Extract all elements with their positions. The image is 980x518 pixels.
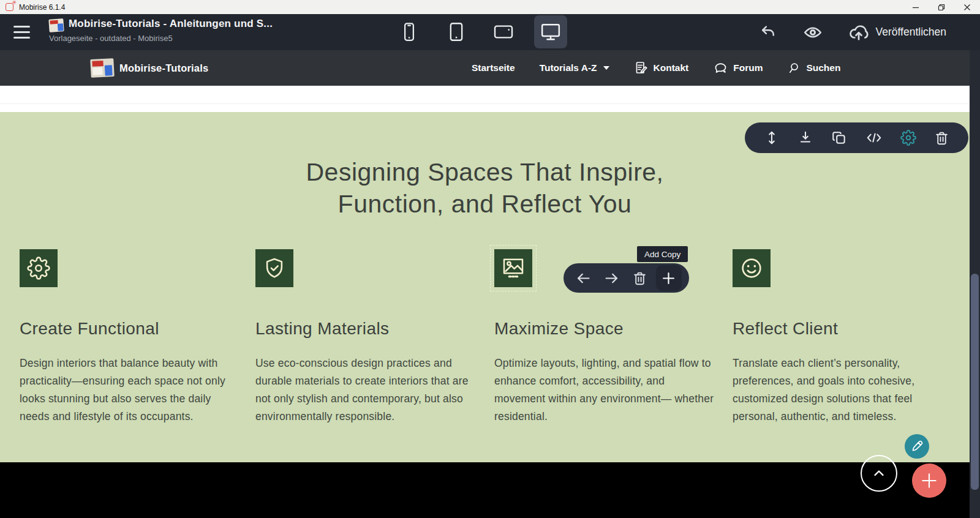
nav-item-forum[interactable]: Forum [713,61,763,75]
add-copy-tooltip: Add Copy [637,246,688,262]
feature-title[interactable]: Create Functional [20,319,241,339]
project-thumbnail [48,18,64,32]
canvas-footer-block [0,462,970,518]
main-menu-button[interactable] [13,26,30,39]
resize-vertical-icon[interactable] [764,130,780,146]
canvas-scrollbar[interactable] [970,50,980,518]
chevron-down-icon [603,66,609,70]
site-brand-name: Mobirise-Tutorials [119,62,208,74]
publish-button[interactable]: Veröffentlichen [848,22,946,43]
device-desktop-button[interactable] [534,15,567,48]
feature-card-reflect-client[interactable]: Reflect Client Translate each client’s p… [733,249,954,426]
style-brush-button[interactable] [905,434,929,459]
contact-form-icon [634,61,649,75]
os-titlebar: ✳ Mobirise 6.1.4 [0,0,980,14]
device-mobile-button[interactable] [393,15,426,48]
add-block-button[interactable] [912,464,946,498]
device-tablet-portrait-button[interactable] [440,15,473,48]
nav-item-tutorials[interactable]: Tutorials A-Z [540,62,609,73]
project-title[interactable]: Mobirise-Tutorials - Anleitungen und S..… [69,18,273,30]
publish-label: Veröffentlichen [876,26,946,39]
site-logo [90,58,115,78]
undo-button[interactable] [759,23,777,42]
feature-text[interactable]: Optimize layouts, lighting, and spatial … [494,355,716,426]
block-settings-icon[interactable] [900,130,916,146]
chevron-up-icon [870,465,888,482]
close-button[interactable] [954,0,980,14]
project-subtitle: Vorlageseite - outdated - Mobirise5 [49,34,173,43]
feature-text[interactable]: Design interiors that balance beauty wit… [20,355,241,426]
scroll-to-top-button[interactable] [861,455,897,492]
mobirise-app-icon: ✳ [6,3,13,11]
code-editor-icon[interactable] [865,130,883,146]
window-controls [903,0,980,14]
site-nav-items: Startseite Tutorials A-Z Kontakt [472,50,840,86]
feature-text[interactable]: Use eco-conscious design practices and d… [255,355,477,426]
smiley-icon[interactable] [733,249,771,287]
search-icon [787,61,801,75]
feature-card-lasting-materials[interactable]: Lasting Materials Use eco-conscious desi… [255,249,477,426]
app-toolbar: Mobirise-Tutorials - Anleitungen und S..… [0,14,980,50]
preview-eye-button[interactable] [803,23,823,42]
feature-title[interactable]: Reflect Client [733,319,954,339]
cloud-upload-icon [848,22,869,43]
chat-icon [713,61,728,75]
restore-button[interactable] [929,0,954,14]
device-tablet-landscape-button[interactable] [487,15,520,48]
delete-block-icon[interactable] [934,130,949,146]
nav-item-kontakt[interactable]: Kontakt [634,61,689,75]
appbar-actions: Veröffentlichen [759,14,946,50]
feature-text[interactable]: Translate each client’s personality, pre… [733,355,954,426]
feature-title[interactable]: Lasting Materials [255,319,477,339]
sparkle-icon: ✳ [12,0,17,6]
move-right-icon[interactable] [599,266,624,290]
window-title: Mobirise 6.1.4 [19,3,65,12]
image-icon[interactable] [494,249,532,287]
plus-icon [919,471,939,490]
feature-title[interactable]: Maximize Space [494,319,716,339]
paintbrush-icon [910,439,924,454]
features-block[interactable]: Designing Spaces That Inspire, Function,… [0,112,970,462]
nav-item-startseite[interactable]: Startseite [472,62,515,73]
device-preview-switcher [393,15,567,49]
scrollbar-thumb[interactable] [971,274,979,490]
nav-item-suchen[interactable]: Suchen [787,61,840,75]
feature-card-create-functional[interactable]: Create Functional Design interiors that … [20,249,241,426]
duplicate-block-icon[interactable] [831,130,847,146]
delete-item-icon[interactable] [628,266,652,290]
block-toolbar [745,122,968,153]
site-nav-block: Mobirise-Tutorials Startseite Tutorials … [0,50,970,86]
item-toolbar [564,263,689,293]
save-block-icon[interactable] [797,130,813,146]
move-left-icon[interactable] [571,266,595,290]
site-brand[interactable]: Mobirise-Tutorials [91,59,208,77]
section-heading[interactable]: Designing Spaces That Inspire, Function,… [0,156,970,220]
canvas-white-block [0,86,970,112]
add-item-icon[interactable] [656,265,682,291]
mobirise-window: ✳ Mobirise 6.1.4 Mobirise-Tutorials - An… [0,0,980,518]
shield-check-icon[interactable] [255,249,293,287]
gear-icon[interactable] [20,249,58,287]
minimize-button[interactable] [903,0,929,14]
